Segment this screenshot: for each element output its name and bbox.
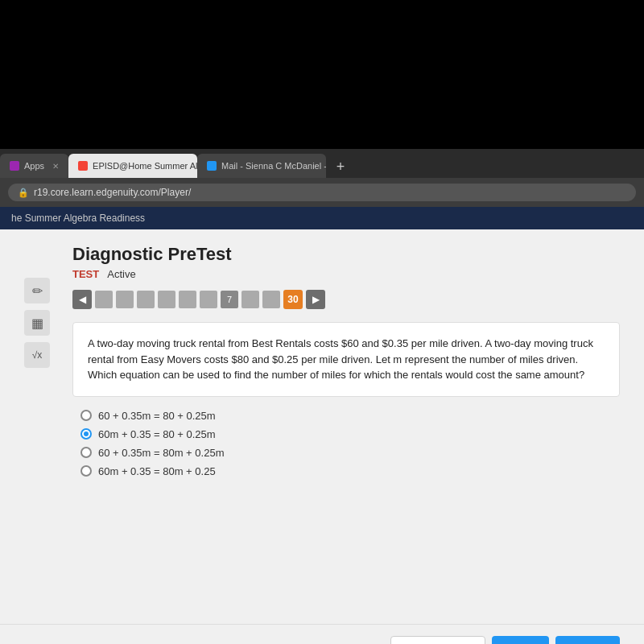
black-top [0, 0, 644, 149]
radio-a[interactable] [80, 410, 92, 421]
footer: Mark this and return Save and Exit Next … [0, 624, 644, 644]
test-status-row: TEST Active [72, 268, 620, 280]
nav-num-6[interactable] [200, 291, 217, 308]
formula-icon-button[interactable]: √x [24, 342, 50, 368]
nav-num-4[interactable] [158, 291, 175, 308]
radio-d[interactable] [80, 465, 92, 477]
save-exit-button[interactable]: Save and Exit [390, 636, 485, 644]
pencil-icon-button[interactable]: ✏ [24, 278, 50, 303]
radio-c[interactable] [80, 447, 92, 458]
nav-num-3[interactable] [137, 291, 155, 308]
pencil-icon: ✏ [32, 283, 43, 299]
page-title: Diagnostic PreTest [72, 244, 620, 265]
url-text: r19.core.learn.edgenuity.com/Player/ [34, 187, 191, 198]
calculator-icon: ▦ [31, 316, 43, 331]
tab-mail-label: Mail - Sienna C McDaniel - Ou... [221, 161, 326, 171]
choice-c[interactable]: 60 + 0.35m = 80m + 0.25m [80, 447, 620, 459]
tab-apps-label: Apps [24, 161, 44, 171]
choice-a-label: 60 + 0.35m = 80 + 0.25m [98, 410, 216, 422]
choice-d[interactable]: 60m + 0.35 = 80m + 0.25 [80, 465, 620, 477]
choice-b-label: 60m + 0.35 = 80 + 0.25m [98, 428, 216, 440]
tab-mail[interactable]: Mail - Sienna C McDaniel - Ou... ✕ [197, 154, 326, 178]
calculator-icon-button[interactable]: ▦ [24, 310, 50, 336]
browser: Apps ✕ EPISD@Home Summer Algebra ✕ Mail … [0, 149, 644, 207]
left-sidebar: ✏ ▦ √x [24, 278, 50, 368]
choice-d-label: 60m + 0.35 = 80m + 0.25 [98, 465, 216, 477]
footer-buttons: Save and Exit Next Submit [390, 636, 620, 644]
tab-episd[interactable]: EPISD@Home Summer Algebra ✕ [68, 154, 197, 178]
test-label: TEST [72, 268, 99, 280]
question-text: A two-day moving truck rental from Best … [88, 337, 593, 381]
choice-a[interactable]: 60 + 0.35m = 80 + 0.25m [80, 410, 620, 422]
formula-icon: √x [32, 349, 43, 361]
active-label: Active [107, 268, 135, 280]
nav-num-8[interactable] [242, 291, 259, 308]
url-bar[interactable]: 🔒 r19.core.learn.edgenuity.com/Player/ [8, 184, 636, 201]
nav-current[interactable]: 30 [283, 290, 303, 309]
screen: Apps ✕ EPISD@Home Summer Algebra ✕ Mail … [0, 0, 644, 644]
nav-prev-button[interactable]: ◀ [72, 290, 92, 309]
app-header-title: he Summer Algebra Readiness [11, 213, 145, 224]
tab-apps[interactable]: Apps ✕ [0, 154, 68, 178]
new-tab-button[interactable]: + [329, 155, 352, 178]
nav-num-7[interactable]: 7 [221, 291, 238, 308]
browser-tabs: Apps ✕ EPISD@Home Summer Algebra ✕ Mail … [0, 149, 644, 178]
tab-apps-close[interactable]: ✕ [52, 162, 59, 171]
tab-episd-label: EPISD@Home Summer Algebra [93, 161, 197, 171]
app-header: he Summer Algebra Readiness [0, 207, 644, 229]
nav-num-1[interactable] [95, 291, 113, 308]
submit-button[interactable]: Submit [555, 636, 620, 644]
choice-b[interactable]: 60m + 0.35 = 80 + 0.25m [80, 428, 620, 440]
nav-next-button[interactable]: ▶ [306, 290, 325, 309]
choice-c-label: 60 + 0.35m = 80m + 0.25m [98, 447, 224, 459]
tab-favicon-mail [207, 161, 217, 171]
radio-b[interactable] [80, 428, 92, 440]
nav-num-5[interactable] [179, 291, 196, 308]
tab-favicon-episd [78, 161, 88, 171]
nav-num-9[interactable] [262, 291, 280, 308]
lock-icon: 🔒 [18, 188, 29, 198]
question-box: A two-day moving truck rental from Best … [72, 322, 620, 397]
tab-favicon-apps [10, 161, 19, 171]
next-button[interactable]: Next [492, 636, 549, 644]
address-bar-row: 🔒 r19.core.learn.edgenuity.com/Player/ [0, 178, 644, 207]
question-nav-row: ◀ 7 30 ▶ [72, 290, 620, 309]
answer-choices: 60 + 0.35m = 80 + 0.25m 60m + 0.35 = 80 … [72, 410, 620, 477]
nav-num-2[interactable] [116, 291, 134, 308]
